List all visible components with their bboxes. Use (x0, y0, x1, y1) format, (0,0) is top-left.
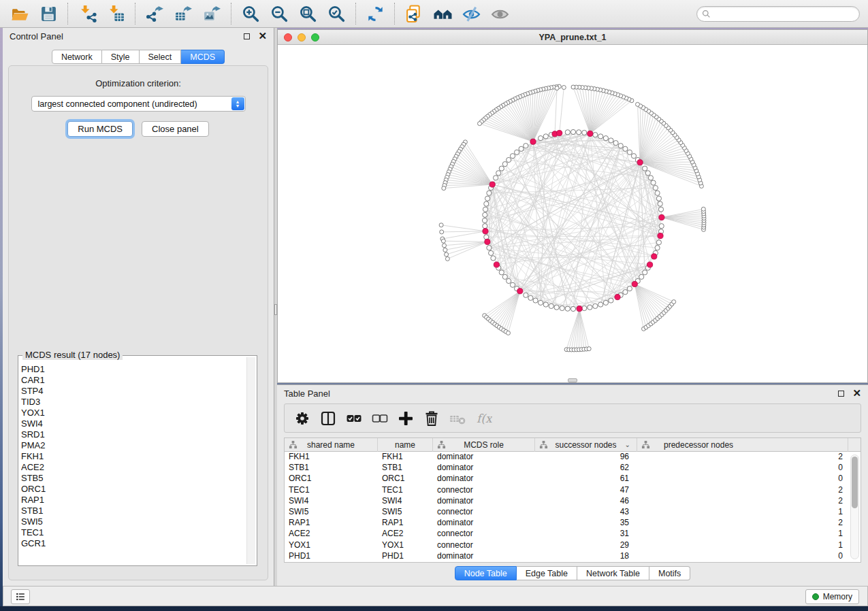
result-node[interactable]: GCR1 (21, 538, 246, 549)
result-node[interactable]: ACE2 (21, 462, 246, 473)
mcds-hub-node[interactable] (489, 182, 495, 187)
ring-node[interactable] (565, 306, 570, 311)
split-columns-button[interactable] (319, 409, 338, 428)
leaf-node[interactable] (442, 186, 446, 191)
ring-node[interactable] (598, 134, 603, 139)
column-header-successor-nodes[interactable]: successor nodes⌄ (535, 438, 637, 452)
delete-row-button[interactable] (422, 409, 441, 428)
ring-node[interactable] (543, 134, 548, 139)
ring-node[interactable] (627, 286, 632, 291)
result-node[interactable]: ORC1 (21, 484, 246, 495)
mcds-hub-node[interactable] (485, 239, 490, 244)
mcds-hub-node[interactable] (658, 233, 663, 239)
ring-node[interactable] (603, 136, 608, 141)
column-header-shared-name[interactable]: shared name (285, 438, 378, 452)
ring-node[interactable] (507, 278, 511, 283)
ring-node[interactable] (484, 235, 489, 240)
leaf-node[interactable] (441, 239, 445, 243)
ring-node[interactable] (655, 246, 660, 250)
ring-node[interactable] (570, 306, 575, 311)
result-node[interactable]: STP4 (21, 386, 246, 397)
result-node[interactable]: RAP1 (21, 495, 246, 506)
mcds-hub-node[interactable] (615, 295, 620, 300)
ring-node[interactable] (483, 207, 487, 212)
ring-node[interactable] (609, 298, 613, 303)
table-row[interactable]: PHD1PHD1dominator180 (285, 551, 861, 562)
ring-node[interactable] (507, 157, 511, 162)
mcds-hub-node[interactable] (577, 306, 582, 312)
ring-node[interactable] (639, 274, 644, 279)
open-session-button[interactable] (9, 3, 31, 24)
leaf-node[interactable] (636, 102, 640, 106)
ring-node[interactable] (499, 270, 504, 275)
select-all-button[interactable] (344, 409, 364, 428)
export-image-button[interactable] (201, 3, 223, 24)
ring-node[interactable] (487, 191, 492, 195)
leaf-node[interactable] (555, 86, 559, 90)
ring-node[interactable] (510, 282, 515, 287)
mcds-hub-node[interactable] (647, 262, 653, 267)
table-scrollbar-thumb[interactable] (852, 457, 858, 508)
tab-node-table[interactable]: Node Table (455, 566, 517, 580)
ring-node[interactable] (645, 171, 650, 176)
result-node[interactable]: STB5 (21, 473, 246, 484)
mcds-hub-node[interactable] (632, 281, 637, 286)
result-node[interactable]: PHD1 (21, 364, 246, 375)
table-row[interactable]: TEC1TEC1connector472 (285, 485, 861, 496)
ring-node[interactable] (593, 303, 598, 308)
table-row[interactable]: RAP1RAP1dominator352 (285, 518, 861, 529)
result-node[interactable]: TID3 (21, 397, 246, 408)
ring-node[interactable] (502, 162, 507, 167)
ring-node[interactable] (613, 141, 618, 146)
network-window-titlebar[interactable]: YPA_prune.txt_1 (278, 30, 867, 45)
result-node[interactable]: SWI5 (21, 516, 246, 527)
gear-button[interactable] (293, 409, 312, 428)
ring-node[interactable] (658, 201, 662, 206)
mcds-hub-node[interactable] (652, 254, 657, 259)
ring-node[interactable] (651, 180, 656, 185)
share-network-button[interactable] (403, 3, 425, 24)
ring-node[interactable] (483, 224, 487, 229)
result-node[interactable]: FKH1 (21, 451, 246, 462)
close-table-panel-icon[interactable]: ✕ (852, 390, 861, 397)
ring-node[interactable] (655, 191, 660, 195)
leaf-node[interactable] (443, 244, 447, 248)
maximize-window-icon[interactable] (311, 33, 319, 42)
import-network-button[interactable] (76, 3, 98, 24)
ring-node[interactable] (609, 138, 613, 143)
ring-node[interactable] (623, 290, 628, 295)
network-home-button[interactable] (432, 3, 453, 24)
tab-network-table[interactable]: Network Table (577, 566, 649, 580)
column-header-MCDS-role[interactable]: MCDS role (433, 438, 535, 452)
table-row[interactable]: SWI5SWI5connector431 (285, 507, 861, 518)
ring-node[interactable] (524, 293, 528, 297)
leaf-node[interactable] (478, 122, 482, 126)
tab-mcds[interactable]: MCDS (181, 50, 225, 64)
table-row[interactable]: STB1STB1dominator620 (285, 463, 861, 474)
column-header-predecessor-nodes[interactable]: predecessor nodes (637, 438, 848, 452)
table-row[interactable]: ORC1ORC1dominator610 (285, 474, 861, 484)
tab-select[interactable]: Select (140, 50, 182, 64)
ring-node[interactable] (656, 196, 661, 201)
ring-node[interactable] (485, 196, 490, 201)
ring-node[interactable] (643, 270, 647, 275)
result-node[interactable]: TEC1 (21, 527, 246, 538)
column-header-name[interactable]: name (378, 438, 433, 452)
ring-node[interactable] (484, 201, 489, 206)
ring-node[interactable] (643, 166, 647, 171)
ring-node[interactable] (658, 207, 663, 212)
ring-node[interactable] (489, 250, 494, 255)
network-canvas[interactable] (278, 45, 867, 382)
leaf-node[interactable] (443, 248, 447, 252)
table-row[interactable]: YOX1YOX1connector291 (285, 540, 861, 551)
zoom-fit-button[interactable] (297, 3, 319, 24)
minimize-window-icon[interactable] (298, 33, 306, 42)
leaf-node[interactable] (587, 347, 591, 351)
save-session-button[interactable] (37, 3, 59, 24)
horizontal-splitter-handle[interactable] (568, 378, 577, 382)
result-node[interactable]: PMA2 (21, 440, 246, 451)
zoom-selected-button[interactable] (325, 3, 347, 24)
ring-node[interactable] (533, 298, 538, 303)
result-node[interactable]: SWI4 (21, 418, 246, 429)
ring-node[interactable] (482, 218, 487, 222)
